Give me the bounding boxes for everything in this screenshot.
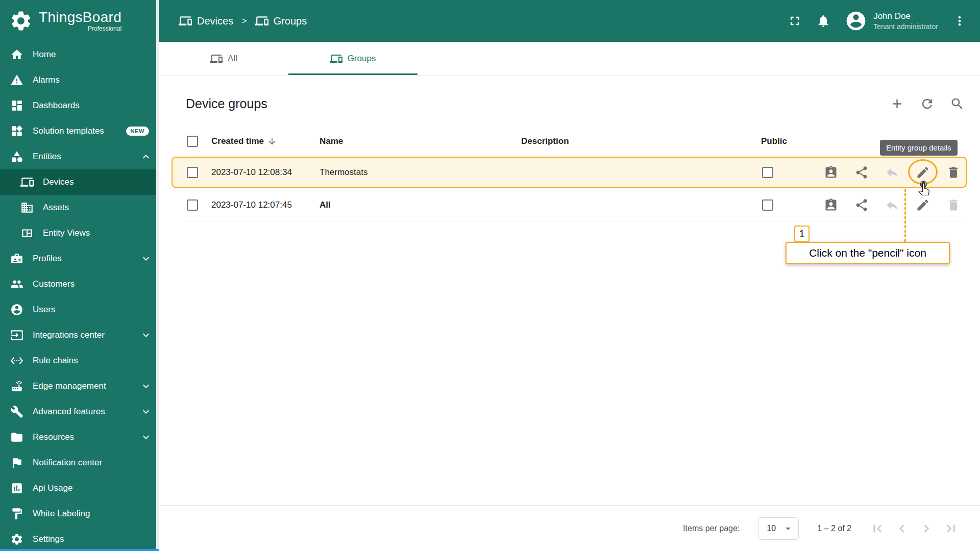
sidebar-item-devices[interactable]: Devices bbox=[0, 169, 159, 195]
app-logo[interactable]: ThingsBoard Professional bbox=[0, 0, 159, 42]
content: Device groups Created time Name Descript… bbox=[159, 76, 980, 505]
previous-page-button bbox=[894, 521, 910, 536]
sidebar-item-integrations-center[interactable]: Integrations center bbox=[0, 322, 159, 348]
table-row[interactable]: 2023-07-10 12:07:45All bbox=[186, 189, 965, 221]
prev-icon bbox=[894, 521, 910, 536]
add-icon bbox=[890, 96, 904, 111]
edit-icon bbox=[916, 198, 930, 212]
tab-groups[interactable]: Groups bbox=[288, 42, 418, 75]
sidebar-item-resources[interactable]: Resources bbox=[0, 424, 159, 450]
sidebar-item-users[interactable]: Users bbox=[0, 297, 159, 322]
main-area: Devices > Groups John Doe Tenant adminis… bbox=[159, 0, 980, 551]
sidebar-item-customers[interactable]: Customers bbox=[0, 271, 159, 297]
sidebar-item-label: Api Usage bbox=[33, 483, 152, 493]
devices-icon bbox=[330, 53, 342, 65]
table-row[interactable]: 2023-07-10 12:08:34Thermostats bbox=[186, 156, 965, 189]
dashboards-icon bbox=[10, 99, 23, 112]
manage-users-button[interactable] bbox=[824, 165, 838, 180]
settings-icon bbox=[10, 533, 23, 546]
sidebar-item-settings[interactable]: Settings bbox=[0, 527, 159, 551]
sidebar-item-label: Resources bbox=[33, 432, 131, 442]
edit-button[interactable] bbox=[916, 198, 930, 212]
sidebar-item-api-usage[interactable]: Api Usage bbox=[0, 475, 159, 501]
resources-icon bbox=[10, 431, 23, 444]
app-name: ThingsBoard bbox=[39, 10, 121, 24]
sidebar-item-advanced-features[interactable]: Advanced features bbox=[0, 399, 159, 424]
sidebar-item-edge-management[interactable]: Edge management bbox=[0, 373, 159, 399]
chevron-down-icon bbox=[140, 406, 152, 418]
sidebar-item-entities[interactable]: Entities bbox=[0, 144, 159, 169]
sidebar-item-white-labeling[interactable]: White Labeling bbox=[0, 501, 159, 527]
share-button[interactable] bbox=[854, 198, 869, 212]
public-checkbox[interactable] bbox=[762, 199, 773, 211]
sidebar-item-notification-center[interactable]: Notification center bbox=[0, 450, 159, 475]
devices-icon bbox=[179, 14, 192, 28]
sidebar-item-assets[interactable]: Assets bbox=[0, 195, 159, 220]
sidebar-item-label: Integrations center bbox=[33, 330, 131, 340]
column-description[interactable]: Description bbox=[521, 136, 761, 146]
sidebar-menu: HomeAlarmsDashboardsSolution templatesNE… bbox=[0, 42, 159, 551]
search-button[interactable] bbox=[950, 96, 965, 111]
row-checkbox[interactable] bbox=[187, 167, 198, 178]
sidebar-item-label: Rule chains bbox=[33, 356, 152, 366]
more-menu-button[interactable] bbox=[952, 14, 967, 28]
column-created-time[interactable]: Created time bbox=[211, 136, 320, 146]
items-per-page-select[interactable]: 10 bbox=[758, 517, 799, 540]
breadcrumb-label: Groups bbox=[274, 15, 307, 27]
home-icon bbox=[10, 48, 23, 61]
paginator: Items per page: 10 1 – 2 of 2 bbox=[159, 505, 980, 551]
delete-button[interactable] bbox=[946, 165, 961, 180]
logo-gear-icon bbox=[9, 9, 33, 33]
sidebar-item-label: Solution templates bbox=[33, 126, 117, 136]
first-page-icon bbox=[870, 521, 885, 536]
card-actions bbox=[890, 96, 965, 111]
breadcrumb-devices[interactable]: Devices bbox=[179, 14, 233, 28]
notifications-bell-button[interactable] bbox=[816, 14, 830, 28]
edit-button[interactable] bbox=[916, 165, 930, 180]
share-button[interactable] bbox=[854, 165, 869, 180]
fullscreen-button[interactable] bbox=[788, 14, 802, 28]
manage-users-button[interactable] bbox=[824, 198, 838, 212]
assets-icon bbox=[20, 201, 34, 214]
column-name[interactable]: Name bbox=[320, 136, 521, 146]
add-entity-group-button[interactable] bbox=[890, 96, 904, 111]
breadcrumb-label: Devices bbox=[197, 15, 233, 27]
row-checkbox[interactable] bbox=[187, 199, 198, 211]
sidebar-item-entity-views[interactable]: Entity Views bbox=[0, 220, 159, 246]
breadcrumb-groups[interactable]: Groups bbox=[255, 14, 307, 28]
device-groups-table: Created time Name Description Public 202… bbox=[186, 127, 965, 221]
select-all-checkbox[interactable] bbox=[187, 136, 198, 147]
column-public[interactable]: Public bbox=[761, 136, 818, 146]
created-time-cell: 2023-07-10 12:07:45 bbox=[211, 200, 320, 210]
public-checkbox[interactable] bbox=[762, 167, 773, 178]
sidebar-item-label: Settings bbox=[33, 534, 152, 544]
sidebar-item-label: Notification center bbox=[33, 458, 152, 468]
sidebar-item-label: Home bbox=[33, 49, 152, 60]
tab-all[interactable]: All bbox=[159, 42, 288, 75]
devices-icon bbox=[330, 53, 342, 65]
sidebar-item-dashboards[interactable]: Dashboards bbox=[0, 93, 159, 118]
make-private-button bbox=[885, 165, 899, 180]
sidebar-item-rule-chains[interactable]: Rule chains bbox=[0, 348, 159, 373]
sidebar-item-profiles[interactable]: Profiles bbox=[0, 246, 159, 271]
more-vert-icon bbox=[952, 14, 967, 28]
sidebar-scroll-indicator bbox=[0, 549, 159, 551]
refresh-button[interactable] bbox=[920, 96, 935, 111]
entities-icon bbox=[10, 150, 23, 163]
name-cell: Thermostats bbox=[320, 167, 521, 178]
user-menu[interactable]: John Doe Tenant administrator bbox=[845, 10, 938, 32]
users-icon bbox=[10, 303, 23, 316]
tab-label: All bbox=[228, 54, 237, 64]
sidebar-item-label: Devices bbox=[43, 177, 152, 187]
sidebar-item-label: Entity Views bbox=[43, 228, 152, 238]
sidebar-item-solution-templates[interactable]: Solution templatesNEW bbox=[0, 118, 159, 144]
sidebar-item-alarms[interactable]: Alarms bbox=[0, 67, 159, 93]
sidebar-item-home[interactable]: Home bbox=[0, 42, 159, 67]
caret-down-icon bbox=[782, 522, 794, 535]
devices-icon bbox=[255, 14, 268, 28]
page-range: 1 – 2 of 2 bbox=[817, 524, 851, 533]
delete-icon bbox=[946, 198, 961, 212]
share-icon bbox=[854, 198, 869, 212]
sidebar-item-label: Alarms bbox=[33, 75, 152, 85]
edit-icon bbox=[916, 165, 930, 180]
